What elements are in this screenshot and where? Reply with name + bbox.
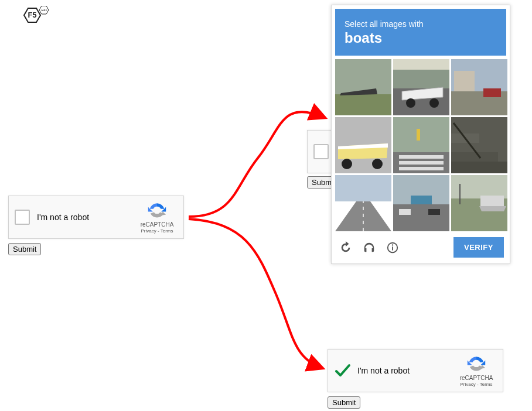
svg-rect-4 [335, 59, 391, 94]
svg-rect-26 [399, 167, 444, 170]
submit-button[interactable]: Submit [328, 396, 360, 409]
svg-rect-30 [451, 152, 498, 162]
challenge-image-grid [335, 59, 506, 231]
recaptcha-branding: reCAPTCHA Privacy - Terms [137, 201, 178, 234]
svg-rect-16 [483, 88, 501, 97]
tile-stairs[interactable] [451, 117, 507, 173]
privacy-terms-link[interactable]: Privacy - Terms [461, 382, 493, 387]
recaptcha-checkbox[interactable] [15, 210, 30, 225]
svg-rect-5 [335, 94, 391, 115]
arrow-to-success [189, 219, 321, 368]
svg-rect-9 [393, 59, 449, 70]
recaptcha-widget-completed: I'm not a robot reCAPTCHA Privacy - Term… [328, 349, 503, 392]
svg-text:LABS: LABS [41, 9, 47, 12]
svg-rect-15 [454, 71, 475, 91]
recaptcha-widget-initial: I'm not a robot reCAPTCHA Privacy - Term… [8, 196, 184, 239]
challenge-header: Select all images with boats [335, 9, 506, 56]
svg-point-21 [372, 159, 383, 169]
verify-button[interactable]: VERIFY [453, 237, 504, 258]
svg-rect-34 [335, 175, 391, 201]
recaptcha-checkbox[interactable] [313, 144, 329, 159]
privacy-terms-link[interactable]: Privacy - Terms [141, 228, 173, 234]
f5-labs-logo: F5 LABS [16, 6, 52, 34]
svg-marker-45 [479, 206, 506, 211]
svg-text:F5: F5 [28, 11, 36, 19]
challenge-footer: VERIFY [335, 231, 506, 260]
svg-point-49 [392, 244, 393, 245]
challenge-instruction: Select all images with [345, 19, 497, 29]
svg-rect-25 [399, 161, 444, 165]
svg-rect-38 [393, 204, 449, 231]
recaptcha-branding: reCAPTCHA Privacy - Terms [456, 355, 497, 387]
svg-rect-44 [480, 196, 504, 206]
tile-intersection[interactable] [393, 175, 449, 231]
svg-rect-48 [392, 246, 393, 250]
svg-rect-22 [393, 117, 449, 152]
tile-street-car[interactable] [451, 59, 507, 115]
tile-boat-field[interactable] [335, 59, 391, 115]
challenge-target: boats [345, 30, 497, 46]
svg-rect-24 [399, 155, 444, 159]
recaptcha-logo-icon [467, 355, 486, 374]
tile-highway[interactable] [335, 175, 391, 231]
svg-point-20 [342, 159, 352, 169]
headphones-icon[interactable] [361, 239, 377, 256]
recaptcha-label: I'm not a robot [37, 213, 137, 222]
svg-rect-41 [428, 209, 440, 215]
info-icon[interactable] [384, 239, 401, 256]
tile-ferry-river[interactable] [451, 175, 507, 231]
svg-rect-29 [451, 162, 507, 173]
svg-rect-40 [399, 209, 411, 215]
svg-point-12 [429, 98, 439, 108]
tile-boat-trailer[interactable] [393, 59, 449, 115]
checkmark-icon [334, 362, 352, 379]
captcha-challenge-popup: Select all images with boats [331, 5, 510, 264]
reload-icon[interactable] [337, 239, 354, 256]
recaptcha-logo-icon [148, 201, 166, 220]
svg-point-11 [406, 98, 415, 108]
tile-crosswalk[interactable] [393, 117, 449, 173]
submit-button[interactable]: Submit [8, 243, 41, 255]
svg-rect-27 [417, 129, 420, 141]
svg-rect-39 [411, 196, 432, 204]
tile-boat-yellow[interactable] [335, 117, 391, 173]
recaptcha-label: I'm not a robot [357, 366, 456, 375]
arrow-to-challenge [189, 112, 323, 217]
